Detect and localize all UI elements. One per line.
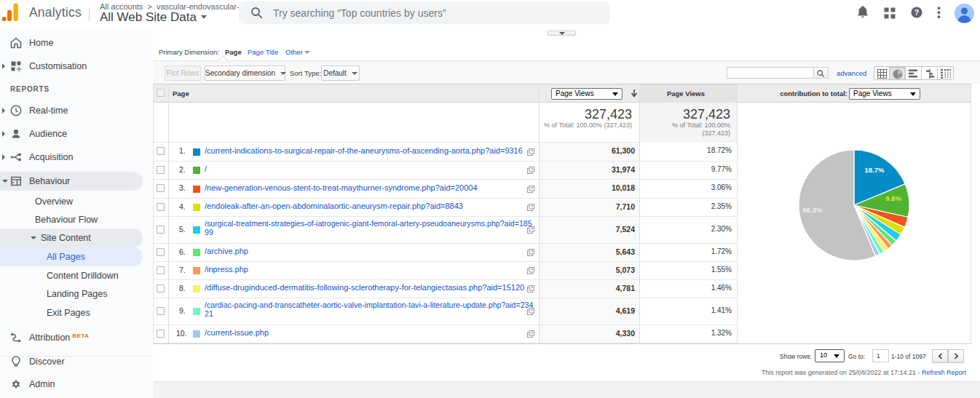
svg-text:56.3%: 56.3% (803, 206, 823, 214)
svg-text:?: ? (914, 8, 919, 17)
svg-text:9.8%: 9.8% (885, 194, 901, 202)
svg-text:18.7%: 18.7% (865, 166, 885, 174)
